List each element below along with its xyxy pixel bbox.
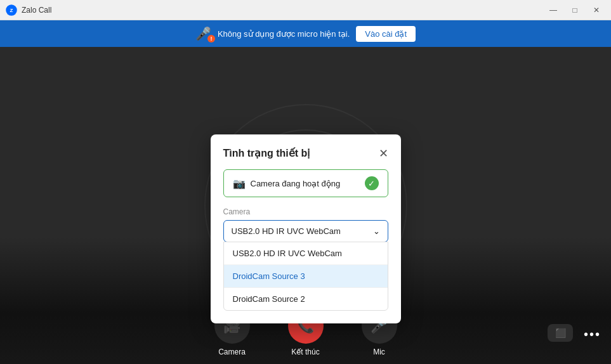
- status-left: 📷 Camera đang hoạt động: [233, 178, 341, 190]
- check-icon: ✓: [365, 176, 379, 190]
- app-logo: Z: [5, 4, 18, 16]
- dropdown-option-3[interactable]: DroidCam Source 2: [224, 288, 388, 310]
- modal-header: Tình trạng thiết bị ✕: [223, 147, 388, 159]
- chevron-down-icon: ⌄: [373, 226, 380, 236]
- title-bar: Z Zalo Call — □ ✕: [0, 0, 611, 20]
- camera-dropdown[interactable]: USB2.0 HD IR UVC WebCam ⌄: [223, 220, 388, 242]
- video-background: 🎥 Camera 📞 Kết thúc 🎤 Mic ⬛ ••• Tình trạ…: [0, 47, 611, 364]
- settings-button[interactable]: Vào cài đặt: [356, 26, 416, 42]
- minimize-button[interactable]: —: [544, 4, 563, 16]
- dropdown-option-1[interactable]: USB2.0 HD IR UVC WebCam: [224, 242, 388, 265]
- camera-status-row: 📷 Camera đang hoạt động ✓: [223, 169, 388, 197]
- title-bar-left: Z Zalo Call: [5, 4, 51, 16]
- modal-overlay: Tình trạng thiết bị ✕ 📷 Camera đang hoạt…: [0, 94, 611, 364]
- warning-badge: !: [207, 35, 215, 42]
- maximize-button[interactable]: □: [565, 4, 584, 16]
- notification-bar: 🎤 ! Không sử dụng được micro hiện tại. V…: [0, 20, 611, 47]
- modal-close-button[interactable]: ✕: [379, 148, 388, 159]
- selected-camera-text: USB2.0 HD IR UVC WebCam: [232, 226, 341, 236]
- dropdown-option-2[interactable]: DroidCam Source 3: [224, 265, 388, 288]
- camera-dropdown-list: USB2.0 HD IR UVC WebCam DroidCam Source …: [223, 242, 388, 311]
- device-status-modal: Tình trạng thiết bị ✕ 📷 Camera đang hoạt…: [211, 134, 401, 323]
- camera-status-text: Camera đang hoạt động: [251, 179, 341, 188]
- camera-label-text: Camera: [223, 207, 388, 216]
- modal-title: Tình trạng thiết bị: [223, 147, 310, 159]
- notification-text: Không sử dụng được micro hiện tại.: [218, 29, 350, 39]
- close-button[interactable]: ✕: [587, 4, 606, 16]
- svg-text:Z: Z: [10, 8, 13, 13]
- title-bar-controls: — □ ✕: [544, 4, 606, 16]
- mic-warning-icon: 🎤 !: [195, 26, 211, 41]
- app-title: Zalo Call: [22, 6, 51, 15]
- camera-status-icon: 📷: [233, 178, 246, 190]
